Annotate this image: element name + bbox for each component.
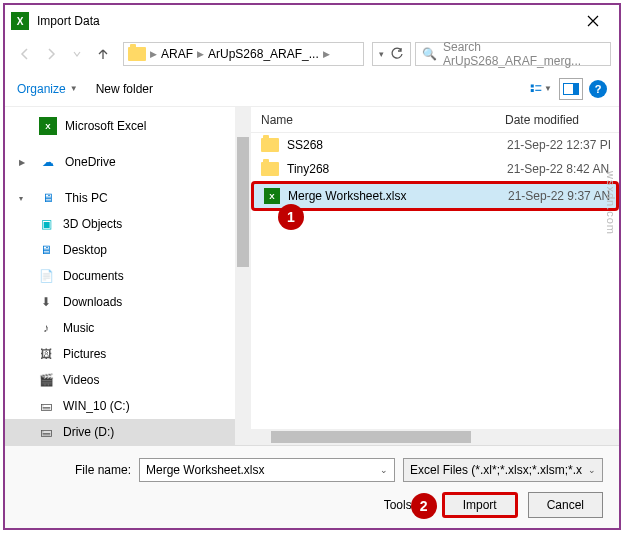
- svg-rect-2: [535, 85, 541, 86]
- nav-label: Desktop: [63, 243, 107, 257]
- nav-label: WIN_10 (C:): [63, 399, 130, 413]
- collapse-icon[interactable]: ▾: [19, 194, 31, 203]
- breadcrumb-item[interactable]: ARAF: [161, 47, 193, 61]
- search-input[interactable]: 🔍 Search ArUpS268_ARAF_merg...: [415, 42, 611, 66]
- chevron-down-icon: ▼: [70, 84, 78, 93]
- nav-item-thispc[interactable]: ▾ 🖥 This PC: [5, 185, 251, 211]
- column-name[interactable]: Name: [257, 113, 501, 127]
- chevron-down-icon: [72, 49, 82, 59]
- filetype-combobox[interactable]: Excel Files (*.xl*;*.xlsx;*.xlsm;*.x ⌄: [403, 458, 603, 482]
- forward-icon: [44, 47, 58, 61]
- nav-label: This PC: [65, 191, 108, 205]
- item-date: 21-Sep-22 9:37 AN: [508, 189, 610, 203]
- item-date: 21-Sep-22 12:37 PI: [507, 138, 611, 152]
- nav-arrows: [13, 42, 115, 66]
- cancel-button[interactable]: Cancel: [528, 492, 603, 518]
- nav-item-documents[interactable]: 📄 Documents: [5, 263, 251, 289]
- folder-icon: [261, 162, 279, 176]
- search-placeholder: Search ArUpS268_ARAF_merg...: [443, 40, 604, 68]
- nav-label: OneDrive: [65, 155, 116, 169]
- pictures-icon: 🖼: [37, 345, 55, 363]
- chevron-right-icon: ▶: [195, 49, 206, 59]
- item-name: Tiny268: [287, 162, 507, 176]
- nav-item-excel[interactable]: X Microsoft Excel: [5, 113, 251, 139]
- folder-icon: [261, 138, 279, 152]
- videos-icon: 🎬: [37, 371, 55, 389]
- nav-item-desktop[interactable]: 🖥 Desktop: [5, 237, 251, 263]
- nav-label: Music: [63, 321, 94, 335]
- body-area: X Microsoft Excel ▶ ☁ OneDrive ▾ 🖥 This …: [5, 107, 619, 445]
- preview-pane-button[interactable]: [559, 78, 583, 100]
- excel-icon: X: [39, 117, 57, 135]
- nav-item-videos[interactable]: 🎬 Videos: [5, 367, 251, 393]
- list-item[interactable]: SS268 21-Sep-22 12:37 PI: [251, 133, 619, 157]
- excel-app-icon: X: [11, 12, 29, 30]
- refresh-icon[interactable]: [390, 47, 404, 61]
- view-buttons: ▼ ?: [529, 78, 607, 100]
- cancel-label: Cancel: [547, 498, 584, 512]
- nav-label: Videos: [63, 373, 99, 387]
- close-button[interactable]: [573, 5, 613, 37]
- refresh-group: ▾: [372, 42, 411, 66]
- nav-item-drived[interactable]: 🖴 Drive (D:): [5, 419, 251, 445]
- help-button[interactable]: ?: [589, 80, 607, 98]
- list-item[interactable]: Tiny268 21-Sep-22 8:42 AN: [251, 157, 619, 181]
- documents-icon: 📄: [37, 267, 55, 285]
- nav-item-onedrive[interactable]: ▶ ☁ OneDrive: [5, 149, 251, 175]
- desktop-icon: 🖥: [37, 241, 55, 259]
- view-mode-button[interactable]: ▼: [529, 78, 553, 100]
- organize-menu[interactable]: Organize ▼: [17, 82, 78, 96]
- nav-item-music[interactable]: ♪ Music: [5, 315, 251, 341]
- drive-icon: 🖴: [37, 423, 55, 441]
- annotation-callout-1: 1: [278, 204, 304, 230]
- nav-item-3dobjects[interactable]: ▣ 3D Objects: [5, 211, 251, 237]
- breadcrumb[interactable]: ▶ ARAF ▶ ArUpS268_ARAF_... ▶: [123, 42, 364, 66]
- item-name: SS268: [287, 138, 507, 152]
- import-button[interactable]: 2 Import: [442, 492, 518, 518]
- dropdown-caret-icon[interactable]: ▾: [379, 49, 384, 59]
- filename-combobox[interactable]: Merge Worksheet.xlsx ⌄: [139, 458, 395, 482]
- nav-item-downloads[interactable]: ⬇ Downloads: [5, 289, 251, 315]
- nav-label: Pictures: [63, 347, 106, 361]
- 3d-icon: ▣: [37, 215, 55, 233]
- filename-value: Merge Worksheet.xlsx: [146, 463, 264, 477]
- nav-scrollbar[interactable]: [235, 107, 251, 445]
- list-view-icon: [530, 82, 542, 96]
- expand-icon[interactable]: ▶: [19, 158, 31, 167]
- drive-icon: 🖴: [37, 397, 55, 415]
- nav-label: Documents: [63, 269, 124, 283]
- back-button[interactable]: [13, 42, 37, 66]
- content-hscrollbar[interactable]: [251, 429, 619, 445]
- back-icon: [18, 47, 32, 61]
- chevron-right-icon: ▶: [148, 49, 159, 59]
- column-date[interactable]: Date modified: [501, 113, 619, 127]
- chevron-down-icon: ⌄: [588, 465, 596, 475]
- preview-icon: [563, 83, 579, 95]
- nav-label: Drive (D:): [63, 425, 114, 439]
- file-list-pane: Name Date modified SS268 21-Sep-22 12:37…: [251, 107, 619, 445]
- close-icon: [587, 15, 599, 27]
- svg-rect-0: [531, 84, 534, 87]
- breadcrumb-item[interactable]: ArUpS268_ARAF_...: [208, 47, 319, 61]
- forward-button[interactable]: [39, 42, 63, 66]
- pc-icon: 🖥: [39, 189, 57, 207]
- nav-item-win10[interactable]: 🖴 WIN_10 (C:): [5, 393, 251, 419]
- up-icon: [96, 47, 110, 61]
- column-headers: Name Date modified: [251, 107, 619, 133]
- organize-label: Organize: [17, 82, 66, 96]
- cloud-icon: ☁: [39, 153, 57, 171]
- list-item-selected[interactable]: X Merge Worksheet.xlsx 21-Sep-22 9:37 AN: [251, 181, 619, 211]
- nav-item-pictures[interactable]: 🖼 Pictures: [5, 341, 251, 367]
- navigation-pane: X Microsoft Excel ▶ ☁ OneDrive ▾ 🖥 This …: [5, 107, 251, 445]
- new-folder-button[interactable]: New folder: [96, 82, 153, 96]
- window-title: Import Data: [37, 14, 573, 28]
- search-icon: 🔍: [422, 47, 437, 61]
- bottom-panel: File name: Merge Worksheet.xlsx ⌄ Excel …: [5, 445, 619, 528]
- xlsx-icon: X: [264, 188, 280, 204]
- filename-label: File name:: [21, 463, 131, 477]
- chevron-down-icon: ⌄: [380, 465, 388, 475]
- chevron-right-icon: ▶: [321, 49, 332, 59]
- music-icon: ♪: [37, 319, 55, 337]
- up-button[interactable]: [91, 42, 115, 66]
- recent-dropdown[interactable]: [65, 42, 89, 66]
